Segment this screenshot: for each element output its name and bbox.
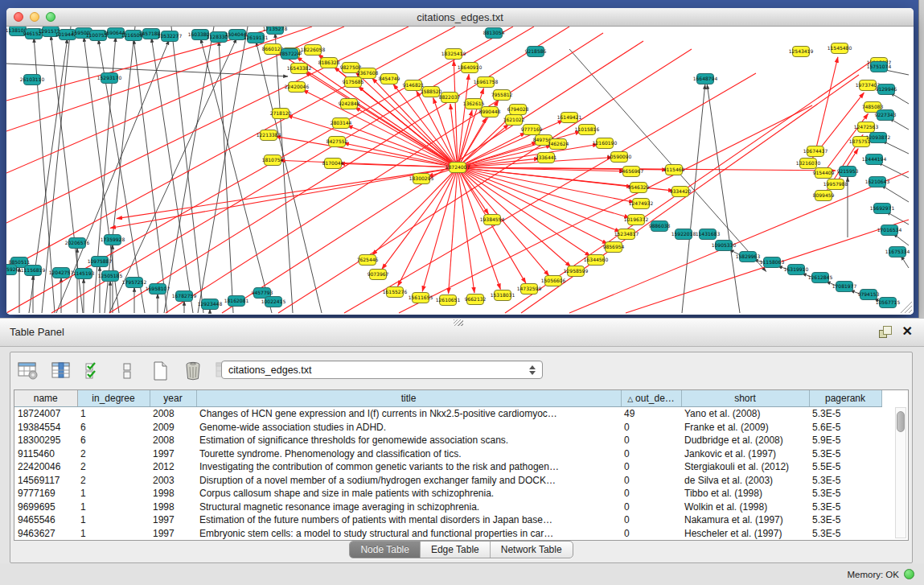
graph-node[interactable]: 12923448	[198, 299, 223, 310]
table-cell[interactable]: Tibbo et al. (1998)	[681, 487, 809, 501]
table-cell[interactable]: 9699695	[14, 501, 77, 514]
table-cell[interactable]: Jankovic et al. (1997)	[681, 447, 809, 461]
tab-node-table[interactable]: Node Table	[350, 542, 421, 558]
graph-node[interactable]: 8186328	[318, 58, 340, 68]
table-cell[interactable]: 2	[77, 447, 150, 461]
graph-node[interactable]: 12042757	[49, 268, 74, 278]
graph-node[interactable]: 7857224	[279, 49, 301, 60]
graph-node[interactable]: 8813054	[483, 28, 505, 39]
table-cell[interactable]: 5.6E-5	[809, 421, 881, 435]
graph-node[interactable]: 11431683	[696, 229, 721, 240]
table-row[interactable]: 946554611997Estimation of the future num…	[14, 513, 881, 527]
select-rows-icon[interactable]	[83, 360, 105, 381]
graph-node[interactable]: 2336441	[536, 153, 557, 163]
column-header-in_degree[interactable]: in_degree	[77, 390, 150, 407]
table-row[interactable]: 1830029562008Estimation of significance …	[14, 434, 881, 447]
close-window-button[interactable]	[14, 12, 23, 22]
table-cell[interactable]: Embryonic stem cells: a model to study s…	[196, 527, 621, 541]
graph-node[interactable]: 20206576	[65, 238, 90, 249]
table-cell[interactable]: Investigating the contribution of common…	[196, 460, 621, 474]
column-header-out_de[interactable]: △out_de…	[621, 390, 681, 407]
graph-node[interactable]: 12160190	[593, 138, 618, 149]
table-cell[interactable]: 0	[621, 460, 681, 474]
table-cell[interactable]: 14569117	[14, 474, 77, 488]
graph-node[interactable]: 17016534	[877, 225, 902, 236]
float-window-icon[interactable]	[879, 326, 892, 338]
table-cell[interactable]: 1	[77, 501, 150, 514]
table-cell[interactable]: Yano et al. (2008)	[681, 407, 809, 421]
table-cell[interactable]: 5.3E-5	[809, 407, 881, 421]
table-cell[interactable]: 1	[77, 407, 150, 421]
graph-node[interactable]: 18300295	[409, 174, 434, 184]
window-resize-grip[interactable]	[901, 302, 912, 313]
graph-node[interactable]: 16958107	[146, 284, 170, 295]
graph-node[interactable]: 17135278	[263, 27, 288, 35]
graph-node[interactable]: 9227343	[875, 110, 897, 121]
table-cell[interactable]: Dudbridge et al. (2008)	[681, 434, 809, 447]
graph-node[interactable]: 9794153	[858, 290, 880, 300]
table-settings-icon[interactable]	[17, 360, 39, 381]
table-cell[interactable]: Nakamura et al. (1997)	[681, 513, 809, 527]
graph-node[interactable]: 1810754	[262, 155, 284, 166]
table-cell[interactable]: 22420046	[14, 460, 77, 474]
graph-node[interactable]: 3915926	[6, 265, 19, 275]
table-cell[interactable]: 2003	[150, 474, 196, 488]
table-cell[interactable]: 1998	[150, 501, 196, 514]
minimize-window-button[interactable]	[30, 12, 39, 22]
table-cell[interactable]: Hescheler et al. (1997)	[681, 527, 809, 541]
table-cell[interactable]: 0	[621, 434, 681, 447]
graph-node[interactable]: 16210643	[865, 177, 890, 187]
graph-node[interactable]: 15692971	[870, 204, 895, 214]
graph-node[interactable]: 9242848	[339, 99, 360, 109]
pane-divider-grip[interactable]	[454, 319, 463, 326]
graph-node[interactable]: 9662132	[465, 295, 487, 305]
table-cell[interactable]: 1	[77, 527, 150, 541]
table-cell[interactable]: 5.3E-5	[809, 447, 881, 461]
network-canvas[interactable]: 1872400786601238912953182260581654338281…	[6, 27, 914, 315]
graph-node[interactable]: 16648794	[693, 74, 718, 84]
table-cell[interactable]: Corpus callosum shape and size in male p…	[196, 487, 621, 501]
graph-node[interactable]: 12619131	[244, 33, 269, 43]
graph-node[interactable]: 22420046	[285, 82, 310, 93]
tab-network-table[interactable]: Network Table	[491, 542, 573, 558]
graph-node[interactable]: 18226058	[301, 45, 326, 56]
graph-node[interactable]: 12543419	[789, 47, 814, 57]
graph-node[interactable]: 10975887	[88, 257, 113, 267]
table-cell[interactable]: 2008	[150, 434, 196, 447]
graph-node[interactable]: 9175685	[343, 77, 364, 88]
graph-node[interactable]: 9129946	[876, 84, 897, 95]
table-cell[interactable]: Changes of HCN gene expression and I(f) …	[196, 407, 621, 421]
table-cell[interactable]: 5.3E-5	[809, 474, 881, 488]
graph-node[interactable]: 10196372	[624, 215, 649, 225]
graph-node[interactable]: 17359928	[101, 235, 125, 245]
graph-node[interactable]: 12958599	[564, 266, 589, 277]
graph-node[interactable]: 15611655	[409, 293, 433, 303]
table-cell[interactable]: 19384554	[14, 421, 77, 435]
table-row[interactable]: 977716911998Corpus callosum shape and si…	[14, 487, 881, 501]
table-cell[interactable]: 6	[77, 434, 150, 447]
graph-node[interactable]: 9777169	[521, 125, 543, 135]
new-document-icon[interactable]	[149, 360, 171, 381]
table-cell[interactable]: Structural magnetic resonance image aver…	[196, 501, 621, 514]
table-cell[interactable]: Franke et al. (2009)	[681, 421, 809, 435]
table-cell[interactable]: 18724007	[14, 407, 77, 421]
graph-node[interactable]: 2718120	[270, 109, 292, 119]
graph-node[interactable]: 2803144	[331, 118, 352, 129]
graph-node[interactable]: 18640910	[458, 63, 483, 73]
table-cell[interactable]: Disruption of a novel member of a sodium…	[196, 474, 621, 488]
graph-node[interactable]: 9215953	[837, 167, 859, 177]
table-cell[interactable]: 1	[77, 487, 150, 501]
graph-node[interactable]: 17081977	[832, 282, 857, 292]
column-header-pagerank[interactable]: pagerank	[809, 390, 881, 407]
graph-node[interactable]: 14656967	[619, 167, 644, 177]
graph-node[interactable]: 8170044	[322, 159, 344, 169]
graph-node[interactable]: 15293170	[97, 73, 122, 84]
table-cell[interactable]: 0	[621, 513, 681, 527]
graph-node[interactable]: 15234817	[614, 229, 639, 240]
column-header-short[interactable]: short	[681, 390, 809, 407]
graph-node[interactable]: 8822037	[439, 93, 461, 103]
table-cell[interactable]: 5.3E-5	[809, 513, 881, 527]
close-panel-icon[interactable]: ✕	[902, 323, 913, 340]
rows-icon[interactable]	[116, 360, 138, 381]
table-cell[interactable]: 9463627	[14, 527, 77, 541]
